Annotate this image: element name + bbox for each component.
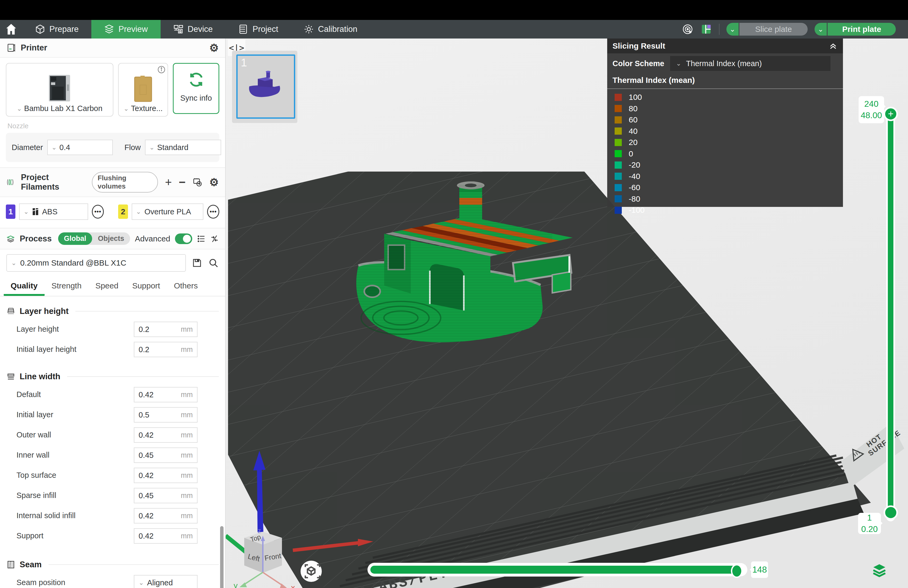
layers-view-icon[interactable] (871, 562, 887, 578)
flow-select[interactable]: ⌄ Standard (145, 140, 221, 155)
search-preset-icon[interactable] (208, 258, 219, 268)
lw-sparse-infill-input[interactable]: 0.45mm (134, 488, 198, 503)
tab-prepare[interactable]: Prepare (22, 20, 91, 39)
device-icon (173, 24, 184, 34)
nozzle-box: Diameter ⌄ 0.4 Flow ⌄ Standard (6, 133, 219, 162)
bambu-handy-icon[interactable] (682, 23, 694, 35)
sidebar: Printer ⚙ ⌄ Bambu Lab X1 Carbon (0, 39, 226, 588)
layer-range-slider[interactable]: + (886, 107, 895, 521)
filament-brand-icon (32, 208, 39, 216)
printer-name: Bambu Lab X1 Carbon (24, 104, 103, 113)
tab-project[interactable]: Project (225, 20, 291, 39)
initial-layer-height-input[interactable]: 0.2 mm (134, 342, 198, 357)
ams-sync-icon[interactable] (193, 177, 202, 187)
save-preset-icon[interactable] (192, 258, 202, 268)
chevron-down-icon: ⌄ (23, 208, 29, 215)
param-row: Default 0.42mm (0, 385, 225, 405)
legend-title: Thermal Index (mean) (607, 72, 843, 89)
flushing-volumes-button[interactable]: Flushing volumes (92, 172, 158, 193)
viewport-3d[interactable]: PLA/ABS/PETG HOT SURFACE (226, 39, 908, 588)
lw-outer-wall-input[interactable]: 0.42mm (134, 427, 198, 443)
layer-bottom-tooltip: 1 0.20 (858, 513, 881, 534)
plate-layout-icon[interactable] (700, 23, 712, 35)
chevron-down-icon: ⌄ (11, 259, 16, 267)
printer-cards: ⌄ Bambu Lab X1 Carbon ⌄ Texture... Sync … (0, 58, 225, 120)
filaments-section-header: Project Filaments Flushing volumes + − ⚙ (0, 167, 225, 197)
param-tab-quality[interactable]: Quality (4, 277, 45, 296)
calibration-icon (304, 24, 314, 34)
param-tab-others[interactable]: Others (167, 277, 205, 296)
print-plate-button[interactable]: Print plate (828, 23, 896, 35)
color-scheme-select[interactable]: ⌄ Thermal Index (mean) (670, 56, 831, 71)
preset-row: ⌄ 0.20mm Standard @BBL X1C (0, 250, 225, 277)
lw-internal-solid-input[interactable]: 0.42mm (134, 508, 198, 524)
toolbar-right: ⌄ Slice plate ⌄ Print plate (682, 20, 908, 39)
move-slider-fill (370, 566, 738, 574)
advanced-toggle[interactable] (175, 234, 192, 244)
layer-height-input[interactable]: 0.2 mm (134, 322, 198, 337)
plate-type-card[interactable]: ⌄ Texture... (118, 63, 168, 117)
filament-2-badge[interactable]: 2 (118, 205, 128, 219)
scope-objects[interactable]: Objects (92, 232, 130, 245)
layer-height-section: Layer height (0, 303, 225, 319)
diameter-select[interactable]: ⌄ 0.4 (47, 140, 113, 155)
move-slider-handle[interactable] (731, 564, 742, 578)
slice-plate-button[interactable]: Slice plate (739, 23, 808, 35)
filament-1-edit-button[interactable]: ••• (92, 205, 104, 219)
param-row: Initial layer height 0.2 mm (0, 340, 225, 359)
layer-slider-top-handle[interactable]: + (884, 107, 898, 121)
flow-label: Flow (124, 143, 141, 152)
process-title: Process (19, 234, 52, 243)
layer-slider-track[interactable] (888, 113, 894, 513)
filament-settings-icon[interactable]: ⚙ (209, 177, 219, 187)
tab-device[interactable]: Device (161, 20, 226, 39)
seam-icon (6, 560, 15, 569)
preset-select[interactable]: ⌄ 0.20mm Standard @BBL X1C (6, 254, 186, 272)
lw-default-input[interactable]: 0.42mm (134, 387, 198, 402)
printer-select-card[interactable]: ⌄ Bambu Lab X1 Carbon (6, 63, 113, 117)
fit-view-button[interactable] (301, 561, 322, 582)
sidebar-scrollbar[interactable] (220, 526, 224, 588)
slicing-result-title: Slicing Result (612, 42, 665, 50)
chevron-down-icon: ⌄ (149, 144, 155, 151)
slice-plate-dropdown[interactable]: ⌄ (726, 23, 739, 35)
filament-2-select[interactable]: ⌄ Overture PLA (132, 203, 203, 220)
seam-position-select[interactable]: ⌄ Aligned (134, 575, 198, 588)
info-icon[interactable] (158, 66, 166, 74)
lw-inner-wall-input[interactable]: 0.45mm (134, 448, 198, 463)
printer-section-header: Printer ⚙ (0, 39, 225, 58)
add-filament-button[interactable]: + (165, 176, 172, 188)
printer-settings-icon[interactable]: ⚙ (209, 42, 219, 53)
lw-support-input[interactable]: 0.42mm (134, 528, 198, 544)
lw-top-surface-input[interactable]: 0.42mm (134, 468, 198, 483)
nozzle-label: Nozzle (0, 120, 225, 130)
filaments-icon (6, 177, 16, 187)
tab-calibration[interactable]: Calibration (291, 20, 370, 39)
home-button[interactable] (0, 20, 22, 39)
main-toolbar: Prepare Preview Device Project Calibrati… (0, 20, 908, 39)
move-slider[interactable]: 148 (368, 563, 747, 576)
lw-initial-layer-input[interactable]: 0.5mm (134, 407, 198, 422)
param-tab-support[interactable]: Support (125, 277, 167, 296)
filament-1-badge[interactable]: 1 (6, 205, 15, 219)
print-plate-dropdown[interactable]: ⌄ (815, 23, 827, 35)
param-tab-speed[interactable]: Speed (89, 277, 125, 296)
compare-presets-icon[interactable] (210, 234, 219, 244)
parameter-list-icon[interactable] (197, 234, 206, 244)
remove-filament-button[interactable]: − (179, 176, 185, 188)
axis-x-label: x (291, 583, 295, 588)
filament-2-edit-button[interactable]: ••• (207, 205, 219, 219)
scope-global[interactable]: Global (58, 232, 92, 245)
advanced-label: Advanced (135, 234, 170, 243)
filament-1-select[interactable]: ⌄ ABS (19, 203, 88, 220)
chevron-down-icon: ⌄ (52, 144, 57, 151)
layer-slider-bottom-handle[interactable] (884, 506, 898, 520)
tab-preview[interactable]: Preview (91, 20, 160, 39)
param-row: Seam position ⌄ Aligned (0, 573, 225, 588)
param-tab-strength[interactable]: Strength (45, 277, 89, 296)
plate-thumbnail[interactable]: 1 (236, 55, 295, 119)
collapse-panel-icon[interactable] (829, 42, 838, 50)
line-width-icon (6, 372, 15, 381)
plate-number: 1 (241, 56, 247, 69)
sync-info-button[interactable]: Sync info (173, 63, 219, 114)
